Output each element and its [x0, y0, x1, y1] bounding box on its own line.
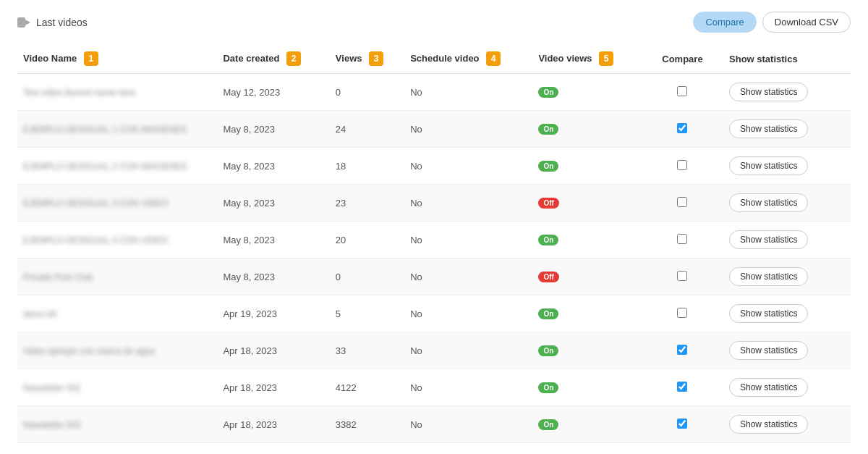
svg-rect-0 [17, 17, 25, 28]
show-statistics-button[interactable]: Show statistics [729, 415, 808, 434]
date-cell: May 8, 2023 [217, 222, 329, 258]
video-views-toggle[interactable]: On [532, 295, 642, 332]
views-cell: 24 [330, 111, 404, 148]
video-views-toggle[interactable]: On [532, 148, 642, 185]
show-statistics-button[interactable]: Show statistics [729, 341, 808, 360]
video-name-cell: Video ejemplo con marca de agua [23, 346, 155, 356]
video-name-cell: EJEMPLO DESIGUAL 2 CON IMAGENES [23, 161, 187, 172]
show-statistics-button[interactable]: Show statistics [729, 304, 808, 323]
show-statistics-button[interactable]: Show statistics [729, 119, 808, 138]
views-cell: 0 [330, 258, 404, 295]
views-cell: 5 [330, 295, 404, 332]
views-cell: 20 [330, 222, 404, 258]
date-cell: Apr 18, 2023 [217, 406, 329, 443]
show-statistics-cell: Show statistics [723, 369, 851, 406]
col-header-views: Views 3 [330, 44, 404, 74]
top-bar-right: Compare Download CSV [693, 12, 851, 33]
compare-checkbox-cell [642, 369, 723, 406]
views-cell: 4122 [330, 369, 404, 406]
video-views-toggle[interactable]: On [532, 369, 642, 406]
show-statistics-button[interactable]: Show statistics [729, 230, 808, 249]
table-body: Test video blurred name hereMay 12, 2023… [17, 74, 851, 443]
video-views-toggle[interactable]: Off [532, 258, 642, 295]
page-title: Last videos [36, 17, 88, 28]
table-row: Test video blurred name hereMay 12, 2023… [17, 74, 851, 111]
compare-checkbox-cell [642, 185, 723, 222]
table-row: Newsletter 002Apr 18, 20233382NoOnShow s… [17, 406, 851, 443]
schedule-cell: No [404, 258, 532, 295]
views-cell: 3382 [330, 406, 404, 443]
video-name-cell: demo blt [23, 309, 56, 319]
compare-checkbox[interactable] [677, 345, 687, 355]
schedule-cell: No [404, 295, 532, 332]
show-statistics-button[interactable]: Show statistics [729, 193, 808, 212]
compare-checkbox-cell [642, 258, 723, 295]
table-row: EJEMPLO DESIGUAL 4 CON VIDEOMay 8, 20232… [17, 222, 851, 258]
compare-checkbox[interactable] [677, 123, 687, 133]
col-header-video-name: Video Name 1 [17, 44, 217, 74]
show-statistics-cell: Show statistics [723, 111, 851, 148]
views-cell: 0 [330, 74, 404, 111]
video-name-cell: EJEMPLO DESIGUAL 3 CON VIDEO [23, 198, 168, 209]
date-cell: May 12, 2023 [217, 74, 329, 111]
views-cell: 23 [330, 185, 404, 222]
table-header: Video Name 1 Date created 2 Views 3 Sche… [17, 44, 851, 74]
video-views-toggle[interactable]: On [532, 111, 642, 148]
compare-checkbox[interactable] [677, 419, 687, 429]
compare-checkbox-cell [642, 406, 723, 443]
videos-table: Video Name 1 Date created 2 Views 3 Sche… [17, 44, 851, 443]
schedule-cell: No [404, 74, 532, 111]
compare-checkbox[interactable] [677, 234, 687, 244]
compare-checkbox-cell [642, 332, 723, 369]
date-cell: Apr 19, 2023 [217, 295, 329, 332]
show-statistics-button[interactable]: Show statistics [729, 156, 808, 175]
compare-checkbox[interactable] [677, 86, 687, 96]
date-cell: May 8, 2023 [217, 111, 329, 148]
video-name-cell: Newsletter 001 [23, 383, 81, 393]
video-views-toggle[interactable]: On [532, 406, 642, 443]
compare-checkbox-cell [642, 222, 723, 258]
show-statistics-cell: Show statistics [723, 185, 851, 222]
top-bar: Last videos Compare Download CSV [17, 12, 851, 33]
col-header-schedule-video: Schedule video 4 [404, 44, 532, 74]
video-views-toggle[interactable]: On [532, 222, 642, 258]
col-header-date-created: Date created 2 [217, 44, 329, 74]
show-statistics-cell: Show statistics [723, 295, 851, 332]
col-header-compare: Compare [642, 44, 723, 74]
show-statistics-cell: Show statistics [723, 258, 851, 295]
show-statistics-button[interactable]: Show statistics [729, 378, 808, 397]
compare-checkbox[interactable] [677, 271, 687, 281]
video-name-cell: Privado Polo Club [23, 272, 93, 282]
video-name-cell: EJEMPLO DESIGUAL 1 CON IMAGENES [23, 125, 187, 135]
schedule-cell: No [404, 369, 532, 406]
compare-checkbox[interactable] [677, 308, 687, 318]
compare-checkbox[interactable] [677, 197, 687, 207]
video-views-toggle[interactable]: On [532, 332, 642, 369]
page-wrapper: Last videos Compare Download CSV Video N… [0, 0, 868, 454]
compare-checkbox[interactable] [677, 160, 687, 170]
schedule-cell: No [404, 332, 532, 369]
compare-checkbox[interactable] [677, 382, 687, 392]
show-statistics-button[interactable]: Show statistics [729, 267, 808, 286]
table-row: Newsletter 001Apr 18, 20234122NoOnShow s… [17, 369, 851, 406]
schedule-cell: No [404, 148, 532, 185]
top-bar-left: Last videos [17, 17, 88, 28]
compare-checkbox-cell [642, 111, 723, 148]
video-name-cell: EJEMPLO DESIGUAL 4 CON VIDEO [23, 235, 168, 245]
show-statistics-cell: Show statistics [723, 332, 851, 369]
date-cell: May 8, 2023 [217, 148, 329, 185]
video-views-toggle[interactable]: Off [532, 185, 642, 222]
schedule-cell: No [404, 111, 532, 148]
compare-checkbox-cell [642, 74, 723, 111]
show-statistics-button[interactable]: Show statistics [729, 83, 808, 101]
table-row: demo bltApr 19, 20235NoOnShow statistics [17, 295, 851, 332]
video-views-toggle[interactable]: On [532, 74, 642, 111]
video-icon [17, 17, 30, 28]
table-row: EJEMPLO DESIGUAL 1 CON IMAGENESMay 8, 20… [17, 111, 851, 148]
date-cell: May 8, 2023 [217, 258, 329, 295]
schedule-cell: No [404, 222, 532, 258]
col-header-show-statistics: Show statistics [723, 44, 851, 74]
compare-button[interactable]: Compare [693, 12, 756, 33]
compare-checkbox-cell [642, 148, 723, 185]
download-csv-button[interactable]: Download CSV [762, 12, 851, 33]
